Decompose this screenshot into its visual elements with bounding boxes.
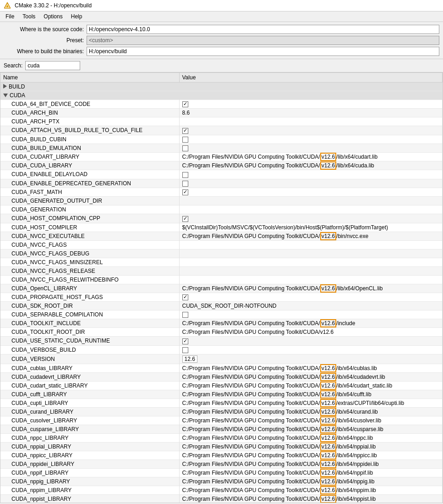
value-cell[interactable]: [179, 310, 443, 319]
value-cell[interactable]: [179, 214, 443, 223]
value-cell[interactable]: C:/Program Files/NVIDIA GPU Computing To…: [179, 319, 443, 328]
value-cell[interactable]: [179, 197, 443, 205]
checkbox-widget[interactable]: [182, 312, 188, 318]
value-cell[interactable]: C:/Program Files/NVIDIA GPU Computing To…: [179, 232, 443, 240]
name-cell: CUDA_cublas_LIBRARY: [0, 364, 179, 372]
value-cell[interactable]: [179, 205, 443, 214]
checkbox-widget[interactable]: [182, 137, 188, 143]
name-cell: CUDA_cudadevrt_LIBRARY: [0, 372, 179, 381]
value-cell[interactable]: [179, 345, 443, 354]
value-cell[interactable]: C:/Program Files/NVIDIA GPU Computing To…: [179, 153, 443, 161]
value-cell[interactable]: [179, 144, 443, 152]
value-cell[interactable]: C:/Program Files/NVIDIA GPU Computing To…: [179, 328, 443, 337]
value-cell[interactable]: [179, 179, 443, 188]
value-cell[interactable]: [179, 266, 443, 275]
value-highlight: v12.6: [320, 460, 336, 468]
value-highlight: v12.6: [320, 364, 336, 372]
name-cell: CUDA_SDK_ROOT_DIR: [0, 301, 179, 310]
value-cell[interactable]: C:/Program Files/NVIDIA GPU Computing To…: [179, 433, 443, 442]
value-cell[interactable]: [179, 100, 443, 109]
value-cell[interactable]: [179, 293, 443, 301]
value-text-after: /lib/x64/cudart.lib: [336, 154, 377, 160]
checkbox-widget[interactable]: [182, 347, 188, 353]
table-row: CUDA_BUILD_CUBIN: [0, 135, 443, 144]
value-cell[interactable]: C:/Program Files/NVIDIA GPU Computing To…: [179, 390, 443, 399]
value-cell[interactable]: C:/Program Files/NVIDIA GPU Computing To…: [179, 372, 443, 381]
value-cell[interactable]: C:/Program Files/NVIDIA GPU Computing To…: [179, 477, 443, 486]
checkbox-widget[interactable]: [182, 216, 188, 222]
value-cell[interactable]: C:/Program Files/NVIDIA GPU Computing To…: [179, 486, 443, 494]
checkbox-widget[interactable]: [182, 294, 188, 300]
table-row: CUDA_GENERATION: [0, 205, 443, 214]
preset-input[interactable]: [87, 36, 439, 45]
value-cell[interactable]: C:/Program Files/NVIDIA GPU Computing To…: [179, 407, 443, 416]
value-cell[interactable]: [179, 188, 443, 196]
value-text-after: /ib/x64/nppidei.lib: [336, 461, 379, 467]
value-text-before: C:/Program Files/NVIDIA GPU Computing To…: [182, 320, 320, 327]
value-text-before: C:/Program Files/NVIDIA GPU Computing To…: [182, 487, 320, 493]
menu-help[interactable]: Help: [67, 12, 86, 21]
value-cell[interactable]: [179, 337, 443, 345]
value-text-after: /ib/x64/nppc.lib: [336, 435, 373, 441]
value-text-box[interactable]: 12.6: [182, 355, 197, 363]
name-cell: CUDA_nppif_LIBRARY: [0, 468, 179, 477]
checkbox-widget[interactable]: [182, 145, 188, 151]
source-input[interactable]: [87, 25, 439, 34]
name-cell: CUDA_NVCC_FLAGS_DEBUG: [0, 249, 179, 258]
value-cell[interactable]: CUDA_SDK_ROOT_DIR-NOTFOUND: [179, 301, 443, 310]
value-cell[interactable]: [179, 249, 443, 258]
checkbox-widget[interactable]: [182, 128, 188, 134]
checkbox-widget[interactable]: [182, 172, 188, 178]
value-cell[interactable]: [179, 240, 443, 249]
binaries-input[interactable]: [87, 47, 439, 56]
value-cell[interactable]: [179, 275, 443, 284]
value-cell[interactable]: 8.6: [179, 109, 443, 117]
value-cell[interactable]: C:/Program Files/NVIDIA GPU Computing To…: [179, 468, 443, 477]
table-row: CUDA_nppc_LIBRARYC:/Program Files/NVIDIA…: [0, 433, 443, 442]
checkbox-widget[interactable]: [182, 101, 188, 107]
table-row[interactable]: CUDA: [0, 91, 443, 100]
value-cell[interactable]: C:/Program Files/NVIDIA GPU Computing To…: [179, 494, 443, 503]
value-text-after: /lib/x64/cuda.lib: [336, 162, 374, 169]
table-row: CUDA_VERSION12.6: [0, 354, 443, 364]
value-cell[interactable]: $(VCInstallDir)Tools/MSVC/$(VCToolsVersi…: [179, 223, 443, 232]
name-cell: CUDA_GENERATED_OUTPUT_DIR: [0, 197, 179, 205]
menu-options[interactable]: Options: [40, 12, 66, 21]
value-text-before: C:/Program Files/NVIDIA GPU Computing To…: [182, 470, 320, 476]
value-highlight: v12.6: [320, 390, 336, 399]
value-cell[interactable]: C:/Program Files/NVIDIA GPU Computing To…: [179, 161, 443, 170]
value-cell[interactable]: [179, 135, 443, 144]
group-name-cell[interactable]: CUDA: [0, 91, 443, 100]
value-cell[interactable]: C:/Program Files/NVIDIA GPU Computing To…: [179, 284, 443, 293]
value-cell[interactable]: C:/Program Files/NVIDIA GPU Computing To…: [179, 416, 443, 425]
value-cell[interactable]: [179, 117, 443, 126]
value-cell[interactable]: C:/Program Files/NVIDIA GPU Computing To…: [179, 451, 443, 460]
table-row[interactable]: BUILD: [0, 83, 443, 91]
value-cell[interactable]: C:/Program Files/NVIDIA GPU Computing To…: [179, 425, 443, 433]
value-text-after: /ib/x64/cudart_static.lib: [336, 382, 392, 389]
value-cell[interactable]: 12.6: [179, 354, 443, 364]
menu-file[interactable]: File: [2, 12, 18, 21]
search-input[interactable]: [25, 61, 80, 70]
table-row: CUDA_cusparse_LIBRARYC:/Program Files/NV…: [0, 425, 443, 433]
checkbox-widget[interactable]: [182, 189, 188, 195]
table-row: CUDA_cufft_LIBRARYC:/Program Files/NVIDI…: [0, 390, 443, 399]
checkbox-widget[interactable]: [182, 338, 188, 344]
value-cell[interactable]: [179, 126, 443, 135]
value-cell[interactable]: C:/Program Files/NVIDIA GPU Computing To…: [179, 381, 443, 390]
preset-row: Preset:: [4, 36, 439, 45]
value-cell[interactable]: [179, 258, 443, 266]
group-name-cell[interactable]: BUILD: [0, 83, 443, 91]
checkbox-widget[interactable]: [182, 181, 188, 187]
table-row: CUDA_TOOLKIT_INCLUDEC:/Program Files/NVI…: [0, 319, 443, 328]
menu-tools[interactable]: Tools: [19, 12, 39, 21]
value-cell[interactable]: C:/Program Files/NVIDIA GPU Computing To…: [179, 442, 443, 451]
value-cell[interactable]: [179, 170, 443, 179]
value-highlight: v12.6: [320, 232, 336, 240]
value-text-before: C:/Program Files/NVIDIA GPU Computing To…: [182, 478, 320, 485]
value-cell[interactable]: C:/Program Files/NVIDIA GPU Computing To…: [179, 460, 443, 468]
value-cell[interactable]: C:/Program Files/NVIDIA GPU Computing To…: [179, 399, 443, 407]
group-label: CUDA: [10, 92, 25, 99]
value-cell[interactable]: C:/Program Files/NVIDIA GPU Computing To…: [179, 364, 443, 372]
value-header: Value: [179, 73, 443, 83]
